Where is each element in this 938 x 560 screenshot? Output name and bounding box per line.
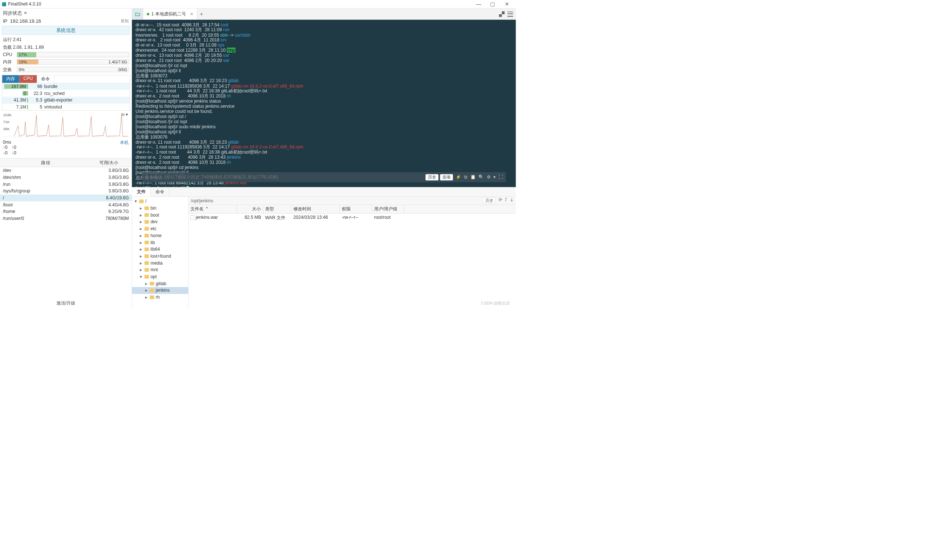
process-table: 167.9M98bundle022.3rcu_sched41.3M5.3gitl… [2, 83, 130, 111]
fs-row[interactable]: /home9.2G/9.7G [0, 208, 132, 215]
tab-cpu[interactable]: CPU [19, 75, 37, 83]
dropdown-icon[interactable]: ▾ [494, 174, 495, 180]
cmd-tab[interactable]: 命令 [151, 187, 170, 197]
open-folder-button[interactable] [132, 8, 143, 19]
close-button[interactable]: ✕ [500, 1, 514, 7]
status-dot-icon [147, 13, 149, 15]
bolt-icon[interactable]: ⚡ [456, 174, 461, 180]
process-row[interactable]: 41.3M5.3gitlab-exporter [2, 97, 130, 104]
swap-label: 交换 [3, 67, 17, 73]
terminal-output[interactable]: dr-xr-x---. 15 root root 4096 3月 26 17:5… [132, 20, 516, 187]
watermark: CSDN @熊出没 [481, 300, 509, 306]
tree-node[interactable]: ▸lib64 [132, 246, 188, 253]
net-up2: 0 [11, 145, 16, 150]
fs-row[interactable]: /run/user/0780M/780M [0, 215, 132, 222]
net-sparkline: lo ▾ 103K 71K 35K [2, 112, 130, 137]
tree-node[interactable]: ▸jenkins [132, 287, 188, 294]
system-info-button[interactable]: 系统信息 [2, 26, 130, 34]
left-panel: 同步状态 IP 192.168.19.16 复制 系统信息 运行 2:41 负载… [0, 8, 132, 308]
tree-node[interactable]: ▾/ [132, 198, 188, 205]
file-row[interactable]: jenkins.war82.5 MBWAR 文件2024/03/28 13:46… [188, 213, 516, 222]
col-perm[interactable]: 权限 [340, 205, 372, 213]
tree-node[interactable]: ▸gitlab [132, 280, 188, 287]
spark-y2: 35K [3, 127, 10, 131]
activate-link[interactable]: 激活/升级 [0, 298, 132, 308]
tree-node[interactable]: ▸mnt [132, 266, 188, 274]
tree-node[interactable]: ▸lib [132, 239, 188, 246]
gear-icon[interactable]: ⚙ [487, 174, 491, 180]
tree-node[interactable]: ▸media [132, 260, 188, 266]
file-browser: ▾/▸bin▸boot▸dev▸etc▸home▸lib▸lib64▸lost+… [132, 197, 516, 308]
upload-icon[interactable]: ⤴ [505, 197, 507, 204]
mem-meter: 内存 19%1.4G/7.6G [0, 58, 132, 66]
sync-label: 同步状态 [3, 9, 22, 16]
tab-cmd[interactable]: 命令 [37, 75, 54, 83]
ip-value: 192.168.19.16 [10, 18, 41, 24]
mem-pct: 19% [17, 60, 27, 65]
tree-node[interactable]: ▸lost+found [132, 253, 188, 260]
new-tab-button[interactable]: + [197, 8, 205, 19]
directory-tree[interactable]: ▾/▸bin▸boot▸dev▸etc▸home▸lib▸lib64▸lost+… [132, 197, 188, 308]
col-size[interactable]: 大小 [237, 205, 264, 213]
grid-view-icon[interactable] [499, 11, 504, 17]
col-date[interactable]: 修改时间 [291, 205, 340, 213]
command-input[interactable] [145, 174, 424, 180]
fs-head-path: 路径 [3, 160, 89, 166]
fs-row[interactable]: /sys/fs/cgroup3.8G/3.8G [0, 188, 132, 195]
download-icon[interactable]: ⤓ [510, 197, 514, 204]
sync-status-row: 同步状态 [0, 8, 132, 17]
tree-node[interactable]: ▸home [132, 232, 188, 239]
tree-node[interactable]: ▾opt [132, 274, 188, 280]
fs-row[interactable]: /boot4.4G/4.8G [0, 201, 132, 208]
fullscreen-icon[interactable]: ⛶ [498, 174, 503, 180]
close-tab-icon[interactable]: ✕ [190, 12, 193, 17]
fs-row[interactable]: /dev3.8G/3.8G [0, 167, 132, 174]
filesystem-table: 路径可用/大小 /dev3.8G/3.8G/dev/shm3.8G/3.8G/r… [0, 158, 132, 222]
sync-dot-icon [24, 12, 27, 14]
copy-icon[interactable]: ⧉ [464, 174, 467, 180]
tree-node[interactable]: ▸rh [132, 294, 188, 301]
cpu-label: CPU [3, 52, 17, 57]
col-own[interactable]: 用户/用户组 [372, 205, 404, 213]
history-button[interactable]: 历史 [426, 174, 438, 180]
fs-head-size: 可用/大小 [88, 160, 129, 166]
refresh-icon[interactable]: ⟳ [498, 197, 502, 204]
fs-row[interactable]: /dev/shm3.8G/3.8G [0, 174, 132, 181]
fs-row[interactable]: /run3.8G/3.8G [0, 181, 132, 188]
cpu-meter: CPU 17% [0, 51, 132, 58]
bottom-tabs: 文件 命令 [132, 187, 516, 197]
command-input-bar: 历史 选项 ⚡ ⧉ 📋 🔍 ⚙ ▾ ⛶ [142, 172, 506, 183]
file-list-header: 文件名 ⌃ 大小 类型 修改时间 权限 用户/用户组 [188, 205, 516, 214]
net-stats: 0ms本机 00 00 [3, 140, 129, 155]
uptime-text: 运行 2:41 [0, 36, 132, 44]
copy-ip-button[interactable]: 复制 [121, 18, 129, 24]
path-history-button[interactable]: 历史 [483, 197, 495, 204]
search-icon[interactable]: 🔍 [478, 174, 484, 180]
paste-icon[interactable]: 📋 [470, 174, 476, 180]
titlebar: FinalShell 4.3.10 — ▢ ✕ [0, 0, 516, 8]
fs-row[interactable]: /8.4G/19.6G [0, 195, 132, 202]
right-panel: 1 本地虚拟机二号 ✕ + dr-xr-x---. 15 root root 4… [132, 8, 516, 308]
session-tabbar: 1 本地虚拟机二号 ✕ + [132, 8, 516, 20]
current-path: /opt/jenkins [191, 198, 213, 203]
col-name[interactable]: 文件名 ⌃ [188, 205, 237, 213]
tree-node[interactable]: ▸boot [132, 212, 188, 219]
tree-node[interactable]: ▸dev [132, 218, 188, 225]
tree-node[interactable]: ▸etc [132, 225, 188, 232]
process-row[interactable]: 022.3rcu_sched [2, 90, 130, 97]
list-view-icon[interactable] [508, 11, 513, 17]
mem-label: 内存 [3, 59, 17, 65]
options-button[interactable]: 选项 [440, 174, 453, 180]
process-row[interactable]: 7.1M5vmtoolsd [2, 104, 130, 111]
session-tab[interactable]: 1 本地虚拟机二号 ✕ [143, 8, 198, 19]
maximize-button[interactable]: ▢ [486, 1, 500, 7]
tree-node[interactable]: ▸bin [132, 205, 188, 212]
minimize-button[interactable]: — [471, 1, 486, 7]
swap-text: 0/5G [119, 67, 129, 72]
session-tab-label: 1 本地虚拟机二号 [151, 11, 186, 17]
tab-mem[interactable]: 内存 [2, 75, 19, 83]
file-tab[interactable]: 文件 [132, 187, 151, 197]
app-icon [2, 2, 6, 6]
col-type[interactable]: 类型 [263, 205, 291, 213]
process-row[interactable]: 167.9M98bundle [2, 83, 130, 90]
